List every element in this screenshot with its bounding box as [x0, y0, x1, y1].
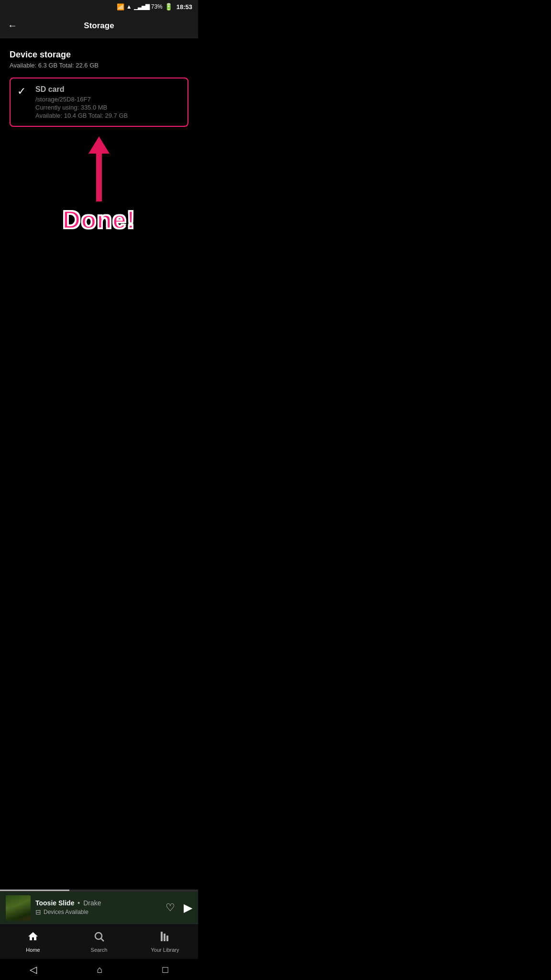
header: ← Storage [0, 13, 198, 38]
status-icons: 📶 ▲ ▁▃▅▇ 73% 🔋 18:53 [117, 3, 192, 11]
status-time: 18:53 [176, 3, 192, 11]
done-label: Done! [63, 205, 135, 234]
sd-card-available: Available: 10.4 GB Total: 29.7 GB [35, 112, 128, 119]
annotation-area: Done! [10, 132, 188, 234]
wifi-icon: 📶 [117, 3, 124, 11]
page-title: Storage [84, 21, 114, 31]
device-storage-info: Available: 6.3 GB Total: 22.6 GB [10, 62, 188, 69]
sd-card-path: /storage/25D8-16F7 [35, 96, 128, 103]
bars-icon: ▁▃▅▇ [134, 3, 149, 10]
arrow-up-icon [88, 136, 110, 154]
status-bar: 📶 ▲ ▁▃▅▇ 73% 🔋 18:53 [0, 0, 198, 13]
battery-percent: 73% [151, 3, 163, 10]
sd-card-using: Currently using: 335.0 MB [35, 104, 128, 111]
device-storage-title: Device storage [10, 50, 188, 60]
sd-card-title: SD card [35, 85, 128, 94]
arrow-shaft [96, 154, 102, 201]
sd-card-option[interactable]: ✓ SD card /storage/25D8-16F7 Currently u… [10, 78, 188, 127]
content-area: Device storage Available: 6.3 GB Total: … [0, 38, 198, 245]
battery-icon: 🔋 [165, 3, 173, 11]
back-button[interactable]: ← [8, 20, 17, 31]
sd-card-info: SD card /storage/25D8-16F7 Currently usi… [35, 85, 128, 119]
checkmark-icon: ✓ [17, 86, 29, 97]
signal-icon: ▲ [126, 3, 132, 10]
device-storage-section: Device storage Available: 6.3 GB Total: … [10, 50, 188, 69]
